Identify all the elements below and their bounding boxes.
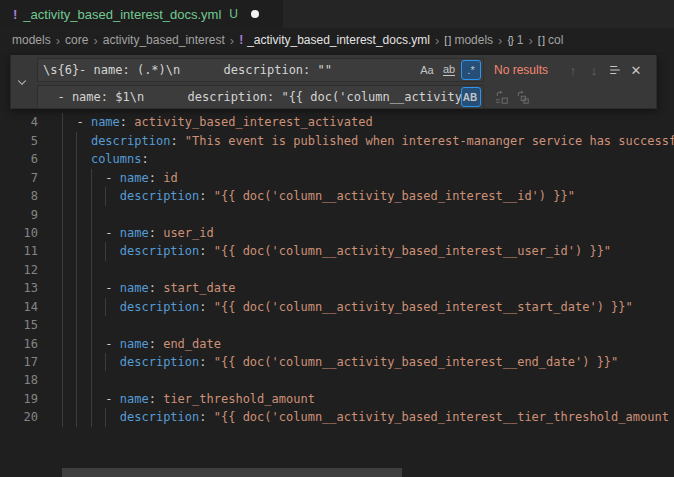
replace-value-text[interactable]: - name: $1\n description: "{{ doc('colum… bbox=[38, 90, 461, 104]
code-text: description: "{{ doc('column__activity_b… bbox=[62, 298, 633, 316]
code-line[interactable]: 13 - name: start_date bbox=[0, 279, 674, 297]
breadcrumb-item[interactable]: activity_based_interest bbox=[103, 33, 225, 47]
code-line[interactable]: 6 columns: bbox=[0, 150, 674, 168]
close-icon: ✕ bbox=[631, 63, 642, 78]
preserve-case-icon: AB bbox=[463, 92, 477, 103]
replace-button[interactable] bbox=[491, 87, 511, 107]
line-number: 6 bbox=[0, 150, 38, 168]
indent-guide bbox=[62, 316, 63, 334]
indent-guide bbox=[91, 261, 92, 279]
line-number: 11 bbox=[0, 242, 38, 260]
code-line[interactable]: 5 description: "This event is published … bbox=[0, 132, 674, 150]
code-line[interactable]: 19 - name: tier_threshold_amount bbox=[0, 390, 674, 408]
code-line[interactable]: 4 - name: activity_based_interest_activa… bbox=[0, 113, 674, 131]
breadcrumb-label: models bbox=[454, 33, 493, 47]
yaml-file-icon: ! bbox=[13, 7, 17, 22]
find-in-selection-icon bbox=[608, 63, 622, 77]
find-replace-widget: \s{6}- name: (.*)\n description: "" Aaab… bbox=[10, 55, 657, 109]
code-line[interactable]: 14 description: "{{ doc('column__activit… bbox=[0, 298, 674, 316]
tab-bar: ! _activity_based_interest_docs.yml U bbox=[0, 0, 674, 28]
breadcrumb-item[interactable]: models bbox=[12, 33, 51, 47]
code-text: description: "{{ doc('column__activity_b… bbox=[62, 408, 669, 426]
breadcrumb-item[interactable]: core bbox=[65, 33, 88, 47]
code-text: - name: activity_based_interest_activate… bbox=[62, 113, 373, 131]
code-text: - name: id bbox=[62, 169, 178, 187]
code-line[interactable]: 8 description: "{{ doc('column__activity… bbox=[0, 187, 674, 205]
code-line[interactable]: 18 bbox=[0, 371, 674, 389]
code-text: - name: tier_threshold_amount bbox=[62, 390, 315, 408]
breadcrumb-item[interactable]: {}1 bbox=[507, 33, 523, 47]
symbol-array-icon: [ ] bbox=[444, 34, 450, 46]
find-results-status: No results bbox=[494, 63, 562, 77]
line-number: 7 bbox=[0, 169, 38, 187]
breadcrumb: models›core›activity_based_interest›!_ac… bbox=[0, 28, 674, 52]
code-line[interactable]: 9 bbox=[0, 206, 674, 224]
replace-all-button[interactable] bbox=[512, 87, 532, 107]
indent-guide bbox=[76, 316, 77, 334]
breadcrumb-label: 1 bbox=[517, 33, 524, 47]
chevron-right-icon: › bbox=[93, 34, 97, 47]
code-line[interactable]: 17 description: "{{ doc('column__activit… bbox=[0, 353, 674, 371]
toggle-replace-button[interactable] bbox=[13, 72, 31, 92]
code-text: description: "{{ doc('column__activity_b… bbox=[62, 242, 611, 260]
line-number: 20 bbox=[0, 408, 38, 426]
chevron-down-icon bbox=[16, 76, 28, 88]
line-number: 8 bbox=[0, 187, 38, 205]
code-line[interactable]: 16 - name: end_date bbox=[0, 335, 674, 353]
previous-match-button[interactable]: ↑ bbox=[563, 60, 583, 80]
line-number: 12 bbox=[0, 261, 38, 279]
breadcrumb-label: _activity_based_interest_docs.yml bbox=[247, 33, 430, 47]
symbol-array-icon: [ ] bbox=[538, 34, 544, 46]
chevron-right-icon: › bbox=[435, 34, 439, 47]
find-input[interactable]: \s{6}- name: (.*)\n description: "" Aaab… bbox=[37, 58, 484, 82]
arrow-up-icon: ↑ bbox=[570, 63, 577, 78]
breadcrumb-label: col bbox=[548, 33, 563, 47]
find-in-selection-button[interactable] bbox=[605, 60, 625, 80]
editor[interactable]: 1version: 223models:4 - name: activity_b… bbox=[0, 52, 674, 477]
horizontal-scrollbar[interactable] bbox=[62, 468, 402, 477]
indent-guide bbox=[62, 371, 63, 389]
code-line[interactable]: 15 bbox=[0, 316, 674, 334]
breadcrumb-label: activity_based_interest bbox=[103, 33, 225, 47]
indent-guide bbox=[91, 371, 92, 389]
whole-word-toggle[interactable]: ab bbox=[439, 60, 459, 80]
find-query-text[interactable]: \s{6}- name: (.*)\n description: "" bbox=[38, 63, 417, 77]
code-text: - name: user_id bbox=[62, 224, 214, 242]
replace-row: - name: $1\n description: "{{ doc('colum… bbox=[37, 85, 652, 109]
arrow-down-icon: ↓ bbox=[591, 63, 598, 78]
code-line[interactable]: 10 - name: user_id bbox=[0, 224, 674, 242]
code-line[interactable]: 7 - name: id bbox=[0, 169, 674, 187]
indent-guide bbox=[91, 206, 92, 224]
match-case-toggle[interactable]: Aa bbox=[417, 60, 437, 80]
yaml-file-icon: ! bbox=[239, 33, 243, 47]
line-number: 10 bbox=[0, 224, 38, 242]
next-match-button[interactable]: ↓ bbox=[584, 60, 604, 80]
code-text: - name: start_date bbox=[62, 279, 235, 297]
breadcrumb-label: core bbox=[65, 33, 88, 47]
code-line[interactable]: 12 bbox=[0, 261, 674, 279]
close-find-widget-button[interactable]: ✕ bbox=[626, 60, 646, 80]
unsaved-changes-dot-icon[interactable] bbox=[251, 10, 259, 18]
code-line[interactable]: 11 description: "{{ doc('column__activit… bbox=[0, 242, 674, 260]
code-line[interactable]: 20 description: "{{ doc('column__activit… bbox=[0, 408, 674, 426]
tab-activity-based-interest-docs[interactable]: ! _activity_based_interest_docs.yml U bbox=[0, 0, 283, 28]
code-text: description: "This event is published wh… bbox=[62, 132, 674, 150]
git-untracked-badge: U bbox=[229, 7, 238, 21]
chevron-right-icon: › bbox=[56, 34, 60, 47]
find-row: \s{6}- name: (.*)\n description: "" Aaab… bbox=[37, 58, 652, 82]
line-number: 18 bbox=[0, 371, 38, 389]
line-number: 15 bbox=[0, 316, 38, 334]
breadcrumb-item[interactable]: [ ]col bbox=[538, 33, 564, 47]
replace-input[interactable]: - name: $1\n description: "{{ doc('colum… bbox=[37, 85, 484, 109]
preserve-case-toggle[interactable]: AB bbox=[461, 87, 481, 107]
code-area[interactable]: 1version: 223models:4 - name: activity_b… bbox=[0, 58, 674, 427]
use-regex-toggle[interactable]: .* bbox=[461, 60, 481, 80]
line-number: 4 bbox=[0, 113, 38, 131]
breadcrumb-label: models bbox=[12, 33, 51, 47]
chevron-right-icon: › bbox=[230, 34, 234, 47]
breadcrumb-item[interactable]: [ ]models bbox=[444, 33, 493, 47]
indent-guide bbox=[76, 371, 77, 389]
chevron-right-icon: › bbox=[529, 34, 533, 47]
breadcrumb-item[interactable]: !_activity_based_interest_docs.yml bbox=[239, 33, 430, 47]
line-number: 19 bbox=[0, 390, 38, 408]
